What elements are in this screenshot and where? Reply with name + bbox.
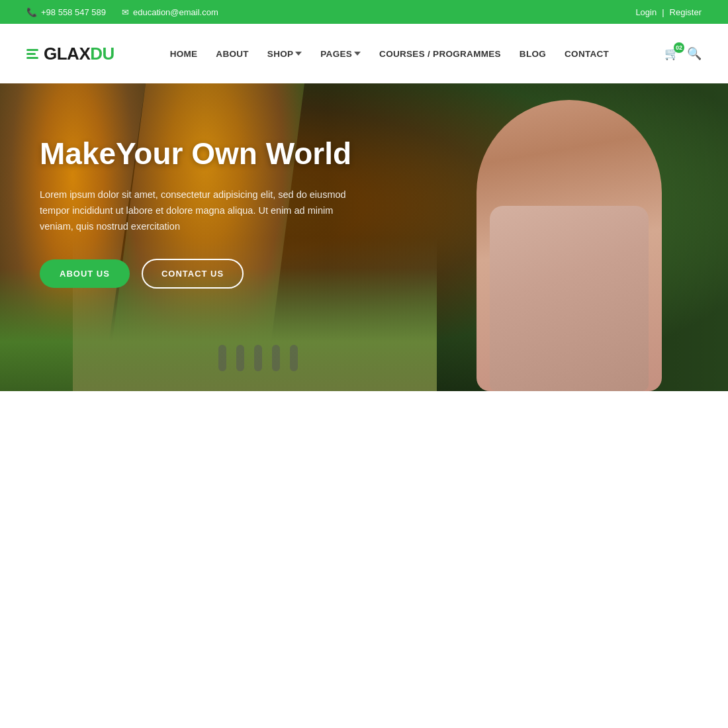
hero-description: Lorem ipsum dolor sit amet, consectetur … xyxy=(40,187,357,235)
bg-person-3 xyxy=(254,345,262,371)
logo[interactable]: GLAXDU xyxy=(26,44,114,64)
hero-section: MakeYour Own World Lorem ipsum dolor sit… xyxy=(0,83,728,391)
nav-home[interactable]: HOME xyxy=(170,49,198,59)
phone-icon: 📞 xyxy=(26,7,37,17)
cart-wrapper[interactable]: 🛒 02 xyxy=(664,46,679,61)
register-link[interactable]: Register xyxy=(670,7,702,17)
nav-contact[interactable]: CONTACT xyxy=(565,49,609,59)
top-bar: 📞 +98 558 547 589 ✉ education@email.com … xyxy=(0,0,728,24)
logo-green-part: DU xyxy=(90,44,114,64)
auth-divider: | xyxy=(662,7,664,17)
hero-title: MakeYour Own World xyxy=(40,136,357,171)
hero-person-illustration xyxy=(463,100,675,391)
hero-buttons: ABOUT US CONTACT US xyxy=(40,259,357,289)
bg-person-4 xyxy=(272,345,280,371)
email-info: ✉ education@email.com xyxy=(122,7,218,17)
cart-badge: 02 xyxy=(674,42,684,53)
nav-blog[interactable]: BLOG xyxy=(520,49,546,59)
logo-text: GLAXDU xyxy=(44,44,114,64)
main-header: GLAXDU HOME ABOUT SHOP PAGES COURSES / P… xyxy=(0,24,728,83)
person-shirt xyxy=(490,206,649,391)
email-icon: ✉ xyxy=(122,7,129,17)
logo-bar-3 xyxy=(26,57,38,59)
main-nav: HOME ABOUT SHOP PAGES COURSES / PROGRAMM… xyxy=(170,49,610,59)
nav-pages[interactable]: PAGES xyxy=(320,49,361,59)
shop-dropdown-icon xyxy=(295,50,302,57)
logo-bar-1 xyxy=(26,49,38,51)
pages-dropdown-icon xyxy=(354,50,361,57)
logo-bar-2 xyxy=(26,53,36,55)
below-fold-area xyxy=(0,391,728,725)
contact-us-button[interactable]: CONTACT US xyxy=(142,259,244,289)
nav-icons: 🛒 02 🔍 xyxy=(664,46,702,61)
search-icon[interactable]: 🔍 xyxy=(687,46,702,61)
bg-person-2 xyxy=(236,345,244,371)
nav-shop[interactable]: SHOP xyxy=(267,49,302,59)
nav-courses[interactable]: COURSES / PROGRAMMES xyxy=(379,49,501,59)
email-address: education@email.com xyxy=(133,7,218,17)
logo-icon xyxy=(26,49,38,59)
top-bar-left: 📞 +98 558 547 589 ✉ education@email.com xyxy=(26,7,218,17)
nav-about[interactable]: ABOUT xyxy=(216,49,249,59)
about-us-button[interactable]: ABOUT US xyxy=(40,259,130,288)
top-bar-right: Login | Register xyxy=(635,7,702,17)
phone-number: +98 558 547 589 xyxy=(41,7,106,17)
bg-person-5 xyxy=(290,345,298,371)
phone-info: 📞 +98 558 547 589 xyxy=(26,7,106,17)
logo-dark-part: GLAX xyxy=(44,44,90,64)
background-people xyxy=(218,345,298,371)
login-link[interactable]: Login xyxy=(635,7,657,17)
hero-content: MakeYour Own World Lorem ipsum dolor sit… xyxy=(0,83,397,341)
bg-person-1 xyxy=(218,345,226,371)
